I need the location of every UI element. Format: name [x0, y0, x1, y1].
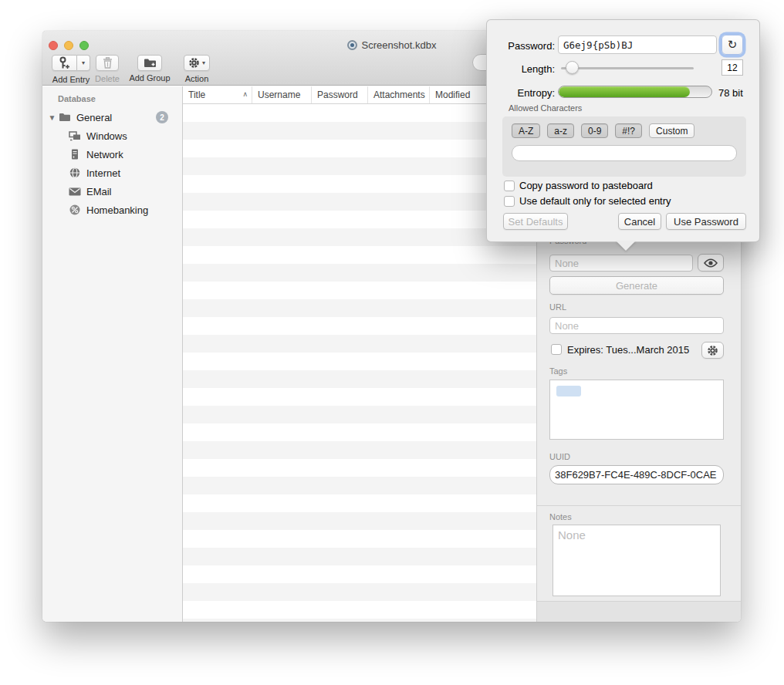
- custom-charset-field[interactable]: [512, 145, 737, 161]
- entry-table: Title ∧ Username Password Attachments Mo…: [183, 86, 537, 622]
- sidebar-item-label: Internet: [86, 167, 120, 179]
- action-button[interactable]: ▾: [184, 55, 210, 71]
- expires-settings-button[interactable]: [701, 342, 724, 359]
- entropy-indicator: [558, 86, 712, 98]
- url-field[interactable]: [549, 317, 724, 334]
- percent-icon: [67, 204, 83, 215]
- refresh-icon: ↻: [728, 38, 738, 52]
- popover-arrow: [616, 241, 636, 251]
- use-default-label: Use default only for selected entry: [519, 195, 671, 207]
- divider: [537, 505, 741, 506]
- charset-uppercase-button[interactable]: A-Z: [512, 123, 540, 138]
- gear-icon: [188, 57, 200, 69]
- tags-label: Tags: [549, 366, 567, 376]
- globe-icon: [67, 167, 83, 178]
- slider-track: [561, 67, 694, 69]
- copy-to-pasteboard-label: Copy password to pasteboard: [519, 180, 653, 191]
- key-plus-icon: [59, 56, 70, 69]
- generate-button[interactable]: Generate: [549, 276, 724, 295]
- add-entry-button[interactable]: [52, 55, 77, 71]
- sidebar-item-internet[interactable]: Internet: [42, 164, 182, 182]
- add-entry-label: Add Entry: [51, 75, 91, 84]
- charset-digits-button[interactable]: 0-9: [581, 123, 608, 138]
- delete-label: Delete: [93, 74, 122, 83]
- sort-ascending-icon: ∧: [242, 90, 248, 98]
- charset-custom-button[interactable]: Custom: [649, 123, 694, 138]
- sidebar-item-label: EMail: [86, 186, 112, 197]
- trash-icon: [103, 57, 113, 69]
- add-entry-dropdown[interactable]: ▾: [77, 55, 90, 71]
- allowed-characters-label: Allowed Characters: [509, 103, 582, 113]
- toolbar-action: ▾ Action: [181, 55, 212, 83]
- entropy-fill: [559, 86, 690, 97]
- entropy-label: Entropy:: [487, 87, 555, 99]
- expires-label: Expires: Tues...March 2015: [567, 344, 689, 356]
- toolbar-add-entry: ▾ Add Entry: [51, 55, 91, 84]
- chevron-down-icon: ▾: [82, 60, 85, 66]
- sidebar-group-general[interactable]: ▼ General 2: [42, 108, 182, 127]
- sidebar-item-network[interactable]: Network: [42, 145, 182, 164]
- uuid-field[interactable]: [549, 465, 724, 484]
- slider-knob[interactable]: [566, 61, 579, 74]
- add-group-label: Add Group: [127, 73, 172, 83]
- copy-to-pasteboard-row: Copy password to pasteboard: [504, 180, 653, 191]
- sidebar-item-label: Homebanking: [86, 204, 148, 216]
- column-header-password[interactable]: Password: [312, 86, 368, 103]
- disclosure-triangle-icon[interactable]: ▼: [47, 113, 57, 122]
- copy-to-pasteboard-checkbox[interactable]: [504, 181, 515, 191]
- server-icon: [67, 149, 83, 160]
- column-header-attachments[interactable]: Attachments: [368, 86, 430, 103]
- sidebar-item-label: Windows: [86, 130, 127, 142]
- chevron-down-icon: ▾: [202, 60, 205, 66]
- eye-icon: [704, 258, 718, 268]
- inspector-footer: [537, 602, 741, 622]
- charset-symbols-button[interactable]: #!?: [615, 123, 642, 138]
- allowed-characters-box: A-Z a-z 0-9 #!? Custom: [502, 116, 746, 177]
- notes-label: Notes: [549, 512, 572, 521]
- sidebar-item-windows[interactable]: Windows: [42, 127, 182, 145]
- tag-pill[interactable]: [556, 386, 581, 396]
- toolbar-add-group: Add Group: [127, 55, 172, 83]
- envelope-icon: [67, 187, 83, 196]
- column-header-title[interactable]: Title ∧: [183, 86, 252, 103]
- generated-password-field[interactable]: [558, 35, 717, 54]
- sidebar: Database ▼ General 2: [42, 86, 183, 622]
- table-header: Title ∧ Username Password Attachments Mo…: [183, 86, 536, 104]
- folder-plus-icon: [144, 58, 157, 68]
- delete-button[interactable]: [96, 55, 119, 71]
- folder-icon: [57, 113, 73, 122]
- action-label: Action: [181, 74, 212, 83]
- length-field[interactable]: [721, 59, 743, 76]
- workgroup-icon: [67, 131, 83, 141]
- uuid-label: UUID: [549, 452, 570, 461]
- sidebar-section-header: Database: [42, 92, 182, 108]
- tags-box[interactable]: [549, 380, 724, 440]
- sidebar-item-label: Network: [86, 149, 123, 160]
- use-password-button[interactable]: Use Password: [666, 213, 746, 230]
- cancel-button[interactable]: Cancel: [618, 213, 661, 230]
- notes-field[interactable]: [553, 525, 721, 596]
- password-field[interactable]: [549, 255, 693, 272]
- regenerate-button[interactable]: ↻: [721, 35, 743, 55]
- column-header-username[interactable]: Username: [252, 86, 312, 103]
- generated-password-label: Password:: [487, 40, 555, 52]
- use-default-checkbox[interactable]: [504, 196, 515, 207]
- toolbar-delete: Delete: [93, 55, 122, 83]
- window-title: Screenshot.kdbx: [362, 39, 437, 51]
- entry-count-badge: 2: [156, 111, 168, 123]
- expires-checkbox[interactable]: [551, 344, 562, 355]
- url-label: URL: [549, 302, 566, 312]
- length-slider[interactable]: [561, 61, 694, 75]
- sidebar-group-label: General: [76, 112, 112, 123]
- charset-lowercase-button[interactable]: a-z: [547, 123, 574, 138]
- gear-icon: [707, 345, 718, 356]
- document-icon: [347, 40, 357, 50]
- table-rows-area[interactable]: [183, 104, 536, 622]
- reveal-password-button[interactable]: [698, 254, 724, 272]
- sidebar-item-email[interactable]: EMail: [42, 182, 182, 201]
- entropy-bits: 78 bit: [718, 87, 743, 99]
- password-generator-popover: Password: ↻ Length: Entropy: 78 bit Allo…: [486, 19, 760, 242]
- add-group-button[interactable]: [137, 55, 162, 71]
- set-defaults-button[interactable]: Set Defaults: [503, 213, 568, 230]
- sidebar-item-homebanking[interactable]: Homebanking: [42, 201, 182, 219]
